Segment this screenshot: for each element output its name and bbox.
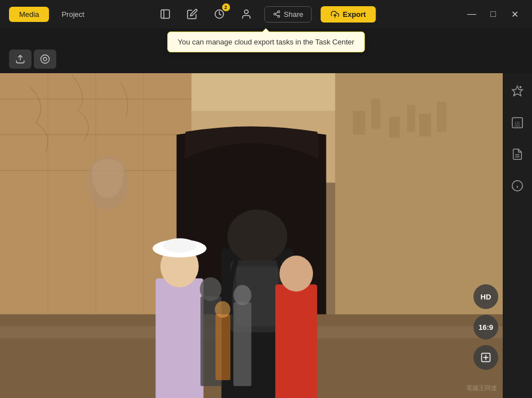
logo-button[interactable]: LO GO [506, 111, 529, 134]
svg-line-7 [275, 15, 278, 16]
svg-text:GO: GO [515, 124, 520, 127]
svg-point-34 [227, 209, 287, 263]
task-center-icon-button[interactable]: 2 [210, 5, 228, 23]
svg-rect-25 [353, 111, 365, 135]
svg-point-11 [41, 55, 50, 64]
info-button[interactable] [506, 175, 529, 197]
titlebar-center-controls: 2 Share Export [156, 5, 376, 23]
svg-rect-45 [234, 302, 252, 386]
task-badge: 2 [222, 3, 230, 11]
profile-icon-button[interactable] [237, 5, 255, 23]
svg-rect-29 [419, 114, 431, 136]
svg-point-3 [244, 10, 248, 14]
edit-icon-button[interactable] [183, 5, 201, 23]
svg-point-44 [200, 277, 221, 301]
svg-rect-28 [407, 105, 415, 132]
svg-point-5 [274, 13, 276, 15]
extra-badge-button[interactable] [473, 345, 498, 370]
secondary-toolbar [9, 50, 56, 69]
svg-point-50 [513, 93, 515, 95]
tab-media[interactable]: Media [9, 7, 49, 22]
svg-point-40 [163, 238, 196, 253]
tab-project[interactable]: Project [51, 7, 94, 22]
export-label: Export [343, 10, 366, 19]
scene-svg [0, 73, 503, 398]
svg-point-12 [43, 57, 47, 61]
storyboard-icon-button[interactable] [156, 5, 174, 23]
titlebar-tabs: Media Project [9, 7, 95, 22]
share-label: Share [284, 10, 303, 19]
template-button[interactable] [506, 143, 529, 166]
export-button[interactable]: Export [321, 6, 376, 23]
ai-effects-button[interactable] [506, 80, 529, 102]
svg-rect-47 [216, 314, 231, 380]
share-button[interactable]: Share [264, 6, 312, 23]
svg-point-46 [234, 285, 252, 305]
tooltip-wrapper: You can manage cloud export tasks in the… [167, 32, 365, 52]
video-preview: 電腦王阿達 [0, 73, 503, 398]
task-center-tooltip: You can manage cloud export tasks in the… [167, 32, 365, 52]
right-sidebar: LO GO [503, 73, 532, 398]
svg-rect-27 [389, 117, 400, 137]
video-background: 電腦王阿達 [0, 73, 503, 398]
export-secondary-button[interactable] [9, 50, 32, 69]
svg-rect-30 [437, 102, 446, 132]
maximize-button[interactable]: □ [485, 6, 502, 23]
svg-rect-0 [161, 10, 169, 19]
titlebar: Media Project 2 [0, 0, 532, 28]
ratio-badge-button[interactable]: 16:9 [473, 315, 498, 339]
svg-point-4 [278, 11, 280, 12]
main-area: 電腦王阿達 LO GO [0, 73, 532, 398]
svg-point-6 [278, 15, 280, 17]
tooltip-text: You can manage cloud export tasks in the… [178, 38, 355, 46]
svg-rect-26 [371, 99, 380, 129]
svg-rect-41 [275, 284, 317, 398]
bottom-badges: HD 16:9 [473, 284, 498, 370]
minimize-button[interactable]: — [463, 6, 480, 23]
watermark: 電腦王阿達 [466, 384, 497, 392]
svg-point-42 [279, 256, 313, 292]
svg-point-49 [520, 86, 522, 88]
quality-badge-button[interactable]: HD [473, 284, 498, 309]
window-controls: — □ ✕ [463, 6, 523, 23]
svg-line-8 [275, 12, 278, 14]
preview-button[interactable] [34, 50, 56, 69]
svg-point-48 [215, 301, 231, 318]
close-button[interactable]: ✕ [506, 6, 523, 23]
svg-rect-37 [155, 279, 203, 398]
